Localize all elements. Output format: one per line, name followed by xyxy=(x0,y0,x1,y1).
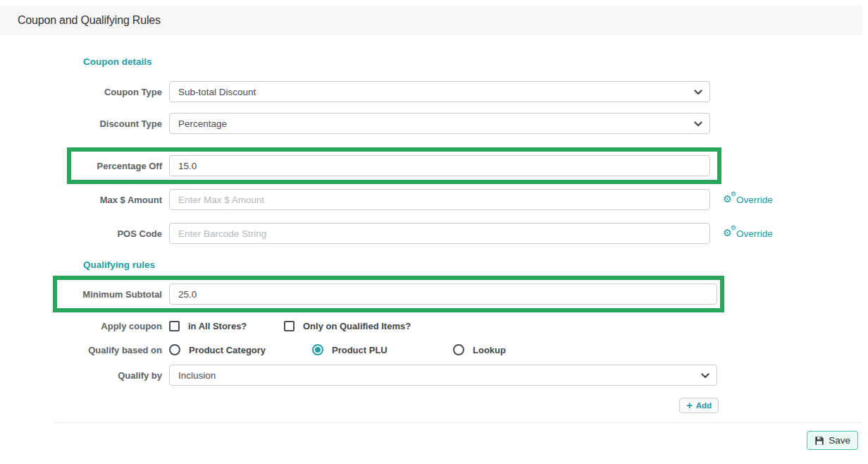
product-plu-radio[interactable] xyxy=(312,344,323,355)
percentage-off-input[interactable] xyxy=(169,155,710,176)
qualify-based-on-options: Product Category Product PLU Lookup xyxy=(169,344,506,355)
coupon-form: Coupon details Coupon Type Sub-total Dis… xyxy=(0,35,868,450)
override-label: Override xyxy=(736,195,773,205)
page-title: Coupon and Qualifying Rules xyxy=(18,14,161,27)
save-button[interactable]: Save xyxy=(807,431,858,450)
radio-item-product-category: Product Category xyxy=(169,344,312,355)
qualify-by-value: Inclusion xyxy=(178,370,216,381)
lookup-radio[interactable] xyxy=(453,344,464,355)
checkbox-item-in-all-stores: in All Stores? xyxy=(169,321,284,331)
coupon-type-label: Coupon Type xyxy=(0,87,162,97)
percentage-off-label: Percentage Off xyxy=(71,161,162,171)
section-heading-qualifying-rules: Qualifying rules xyxy=(83,260,868,270)
apply-coupon-options: in All Stores? Only on Qualified Items? xyxy=(169,321,411,331)
qualify-by-select[interactable]: Inclusion xyxy=(169,365,717,386)
checkbox-label: in All Stores? xyxy=(188,321,247,331)
save-row: Save xyxy=(0,431,868,450)
product-category-radio[interactable] xyxy=(169,344,180,355)
minimum-subtotal-highlight-box: Minimum Subtotal xyxy=(53,276,724,312)
qualify-by-row: Qualify by Inclusion xyxy=(0,365,868,386)
override-label: Override xyxy=(736,228,773,239)
radio-label: Product PLU xyxy=(332,345,388,355)
add-button-label: Add xyxy=(696,401,712,410)
floppy-disk-icon xyxy=(814,436,824,446)
coupon-type-row: Coupon Type Sub-total Discount xyxy=(0,81,868,102)
radio-label: Lookup xyxy=(473,345,506,355)
minimum-subtotal-input[interactable] xyxy=(169,283,717,305)
footer-divider xyxy=(53,422,862,423)
only-qualified-items-checkbox[interactable] xyxy=(284,321,294,331)
checkbox-item-only-qualified: Only on Qualified Items? xyxy=(284,321,411,331)
section-heading-coupon-details: Coupon details xyxy=(83,56,868,67)
pos-code-label: POS Code xyxy=(0,228,162,239)
top-strip xyxy=(0,0,868,6)
apply-coupon-label: Apply coupon xyxy=(0,321,162,331)
in-all-stores-checkbox[interactable] xyxy=(169,321,180,331)
discount-type-label: Discount Type xyxy=(0,118,162,129)
radio-item-product-plu: Product PLU xyxy=(312,344,453,355)
add-button[interactable]: Add xyxy=(679,398,719,413)
chevron-down-icon xyxy=(694,90,702,95)
percentage-off-highlight-box: Percentage Off xyxy=(67,147,721,184)
add-row: Add xyxy=(0,398,719,413)
qualify-based-on-label: Qualify based on xyxy=(0,345,162,355)
gears-icon xyxy=(723,194,736,205)
panel-header: Coupon and Qualifying Rules xyxy=(0,6,862,35)
qualify-by-label: Qualify by xyxy=(0,370,162,381)
pos-code-override-link[interactable]: Override xyxy=(723,228,773,239)
max-amount-row: Max $ Amount Override xyxy=(0,189,868,210)
gears-icon xyxy=(723,228,736,239)
checkbox-label: Only on Qualified Items? xyxy=(303,321,411,331)
max-amount-input[interactable] xyxy=(169,189,710,210)
discount-type-row: Discount Type Percentage xyxy=(0,113,868,134)
plus-icon xyxy=(686,401,692,411)
discount-type-value: Percentage xyxy=(178,118,227,129)
radio-item-lookup: Lookup xyxy=(453,344,506,355)
save-button-label: Save xyxy=(829,435,850,446)
max-amount-label: Max $ Amount xyxy=(0,195,162,205)
radio-label: Product Category xyxy=(189,345,266,355)
qualify-based-on-row: Qualify based on Product Category Produc… xyxy=(0,344,868,355)
minimum-subtotal-label: Minimum Subtotal xyxy=(57,289,162,300)
chevron-down-icon xyxy=(694,121,702,127)
coupon-type-select[interactable]: Sub-total Discount xyxy=(169,81,710,102)
apply-coupon-row: Apply coupon in All Stores? Only on Qual… xyxy=(0,321,868,331)
max-amount-override-link[interactable]: Override xyxy=(723,194,773,205)
coupon-type-value: Sub-total Discount xyxy=(178,87,256,97)
pos-code-row: POS Code Override xyxy=(0,223,868,244)
pos-code-input[interactable] xyxy=(169,223,710,244)
chevron-down-icon xyxy=(701,373,709,379)
discount-type-select[interactable]: Percentage xyxy=(169,113,710,134)
